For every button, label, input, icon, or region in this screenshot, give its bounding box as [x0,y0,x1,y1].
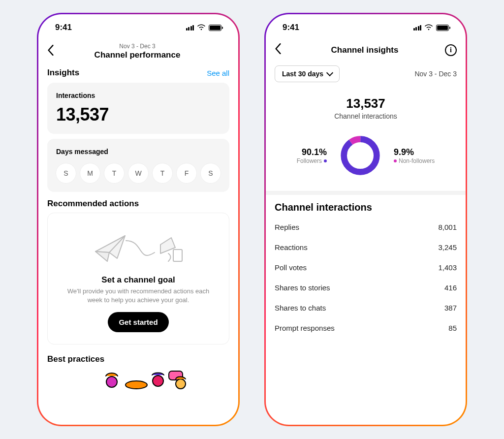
day-pill[interactable]: S [56,163,76,183]
metric-row[interactable]: Prompt responses85 [275,318,457,338]
insights-heading: Insights [47,68,79,78]
signal-icon [186,25,194,31]
days-messaged-label: Days messaged [56,148,220,156]
wifi-icon [197,24,206,31]
status-time: 9:41 [55,23,72,32]
total-interactions-value: 13,537 [275,96,457,111]
day-pill[interactable]: M [80,163,100,183]
battery-icon [209,25,221,31]
metric-value: 1,403 [438,263,457,272]
donut-chart-group: 90.1% Followers 9.9% Non-followers [275,134,457,177]
section-divider [266,191,466,195]
svg-point-2 [126,381,147,389]
dropdown-label: Last 30 days [282,70,323,78]
nonfollowers-label: Non-followers [399,157,435,164]
chevron-down-icon [326,69,333,76]
breakdown-heading: Channel interactions [275,202,457,213]
metric-row[interactable]: Shares to chats387 [275,298,457,318]
interactions-value: 13,537 [56,104,220,125]
metric-row[interactable]: Poll votes1,403 [275,257,457,278]
metric-key: Prompt responses [275,324,335,332]
date-range-dropdown[interactable]: Last 30 days [275,65,340,82]
interactions-label: Interactions [56,92,220,99]
filter-row: Last 30 days Nov 3 - Dec 3 [275,65,457,82]
recommended-description: We'll provide you with recommended actio… [64,287,212,304]
nonfollowers-pct: 9.9% [394,147,435,157]
insights-header: Insights See all [47,68,229,78]
day-pill[interactable]: S [201,163,220,183]
followers-legend: 90.1% Followers [297,147,327,164]
donut-chart-icon [339,134,382,177]
status-time: 9:41 [283,23,299,32]
nav-title-group: Channel insights [286,45,443,55]
day-pill[interactable]: F [177,163,196,183]
back-button[interactable] [275,43,286,57]
metric-key: Shares to stories [275,283,330,292]
legend-dot-purple-icon [324,159,327,162]
svg-rect-0 [173,250,182,261]
metric-value: 3,245 [438,243,457,251]
get-started-button[interactable]: Get started [108,312,168,332]
best-practices-illustration-icon [47,368,229,393]
screen: 9:41 Channel insights i [266,14,466,425]
svg-point-5 [176,379,186,389]
followers-pct: 90.1% [297,147,327,157]
see-all-link[interactable]: See all [207,69,229,77]
info-icon: i [445,44,457,56]
content: Insights See all Interactions 13,537 Day… [38,65,238,425]
paper-plane-illustration-icon [58,225,219,269]
day-pill[interactable]: W [128,163,148,183]
metric-key: Replies [275,223,299,231]
signal-icon [413,25,422,31]
back-button[interactable] [47,45,59,59]
content: Last 30 days Nov 3 - Dec 3 13,537 Channe… [266,63,466,425]
nav-subtitle: Nov 3 - Dec 3 [59,43,216,50]
phone-channel-insights: 9:41 Channel insights i [264,13,467,426]
status-indicators [413,24,449,31]
nav-bar: Channel insights i [266,41,466,63]
info-button[interactable]: i [443,44,457,56]
date-range-text: Nov 3 - Dec 3 [414,70,457,78]
svg-point-7 [344,139,377,172]
nav-title: Channel insights [286,45,443,55]
metric-value: 387 [444,304,457,312]
total-interactions-label: Channel interactions [275,112,457,120]
interactions-card[interactable]: Interactions 13,537 [47,83,229,134]
metric-row[interactable]: Replies8,001 [275,217,457,237]
days-messaged-card[interactable]: Days messaged S M T W T F S [47,139,229,192]
metric-row[interactable]: Reactions3,245 [275,237,457,257]
metric-row[interactable]: Shares to stories416 [275,278,457,298]
metric-value: 8,001 [438,223,457,231]
metric-value: 416 [444,283,457,292]
wifi-icon [424,24,433,31]
recommended-title: Set a channel goal [58,275,219,285]
nav-title: Channel performance [59,50,216,60]
day-pill[interactable]: T [104,163,124,183]
status-bar: 9:41 [38,14,238,41]
best-practices-heading: Best practices [47,354,229,364]
screen: 9:41 Nov 3 - Dec 3 Channel performance [38,14,238,425]
followers-label: Followers [297,157,322,164]
metric-key: Reactions [275,243,308,251]
recommended-card: Set a channel goal We'll provide you wit… [47,213,229,345]
nav-title-group: Nov 3 - Dec 3 Channel performance [59,43,216,60]
status-indicators [186,24,222,31]
days-row: S M T W T F S [56,163,220,183]
svg-point-3 [153,376,163,386]
battery-icon [436,25,449,31]
legend-dot-magenta-icon [394,159,397,162]
phone-channel-performance: 9:41 Nov 3 - Dec 3 Channel performance [37,13,240,426]
nav-bar: Nov 3 - Dec 3 Channel performance [38,41,238,65]
metric-key: Poll votes [275,263,307,272]
svg-point-1 [106,376,117,387]
recommended-heading: Recommended actions [47,199,229,209]
metric-value: 85 [448,324,457,332]
day-pill[interactable]: T [153,163,172,183]
status-bar: 9:41 [266,14,466,41]
nonfollowers-legend: 9.9% Non-followers [394,147,435,164]
metric-key: Shares to chats [275,304,326,312]
